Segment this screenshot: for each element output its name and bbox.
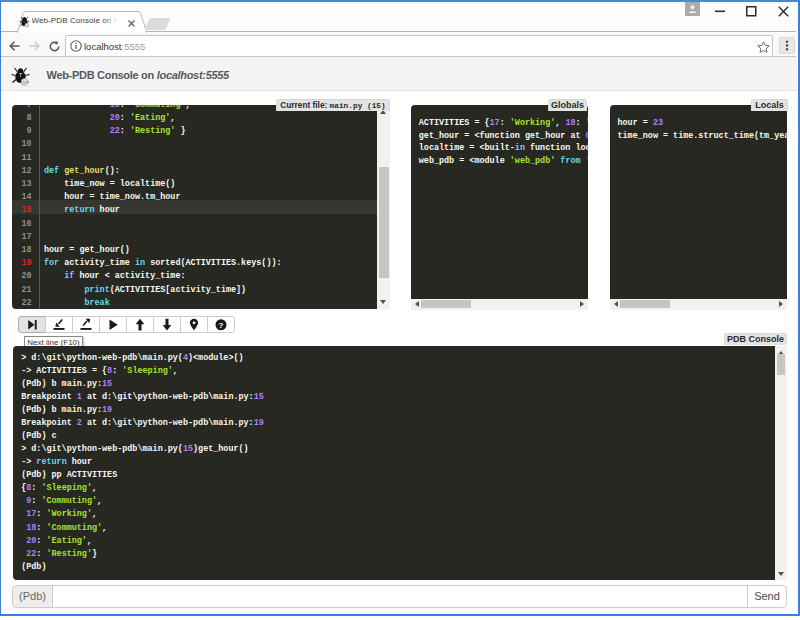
svg-text:T: T bbox=[19, 72, 22, 78]
svg-text:?: ? bbox=[219, 320, 224, 329]
